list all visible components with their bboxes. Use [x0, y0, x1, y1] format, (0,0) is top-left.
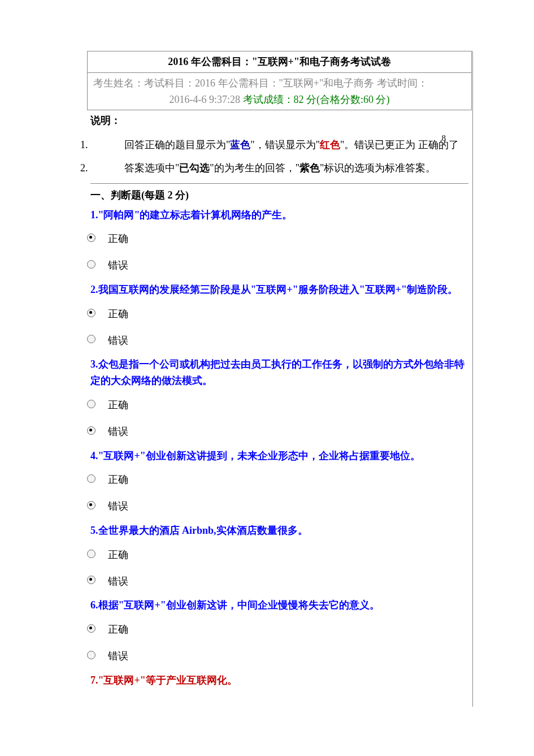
option-false[interactable]: 错误	[90, 571, 468, 590]
right-border	[472, 51, 473, 707]
question-text: 4."互联网+"创业创新这讲提到，未来企业形态中，企业将占据重要地位。	[90, 448, 468, 464]
option-true[interactable]: 正确	[90, 228, 468, 247]
option-true[interactable]: 正确	[90, 395, 468, 413]
radio-icon[interactable]	[87, 474, 95, 483]
question-7: 7."互联网+"等于产业互联网化。	[90, 672, 468, 689]
question-2: 2.我国互联网的发展经第三阶段是从"互联网+"服务阶段进入"互联网+"制造阶段。…	[90, 282, 468, 348]
question-text: 7."互联网+"等于产业互联网化。	[90, 672, 468, 689]
option-label: 错误	[108, 330, 128, 349]
option-label: 错误	[108, 255, 128, 274]
radio-icon[interactable]	[87, 624, 95, 633]
question-text: 6.根据"互联网+"创业创新这讲，中间企业慢慢将失去它的意义。	[90, 597, 468, 614]
question-text: 3.众包是指一个公司或机构把过去由员工执行的工作任务，以强制的方式外包给非特定的…	[90, 356, 468, 389]
option-true[interactable]: 正确	[90, 304, 468, 322]
radio-icon[interactable]	[87, 234, 95, 242]
option-false[interactable]: 错误	[90, 646, 468, 664]
question-text: 1."阿帕网"的建立标志着计算机网络的产生。	[90, 207, 468, 223]
exam-info-line2: 2016-4-6 9:37:28 考试成绩：82 分(合格分数:60 分)	[93, 92, 466, 108]
option-true[interactable]: 正确	[90, 619, 468, 638]
legend-purple: 紫色	[299, 162, 320, 174]
radio-icon[interactable]	[87, 400, 95, 408]
exam-info-line1: 考生姓名：考试科目：2016 年公需科目："互联网+"和电子商务 考试时间：	[93, 75, 466, 92]
exam-title: 2016 年公需科目："互联网+"和电子商务考试试卷	[87, 51, 472, 72]
option-true[interactable]: 正确	[90, 545, 468, 563]
exam-info: 考生姓名：考试科目：2016 年公需科目："互联网+"和电子商务 考试时间： 2…	[87, 72, 472, 110]
option-label: 正确	[108, 304, 128, 322]
question-4: 4."互联网+"创业创新这讲提到，未来企业形态中，企业将占据重要地位。正确错误	[90, 448, 468, 515]
option-false[interactable]: 错误	[90, 255, 468, 274]
question-6: 6.根据"互联网+"创业创新这讲，中间企业慢慢将失去它的意义。正确错误	[90, 597, 468, 664]
option-false[interactable]: 错误	[90, 496, 468, 515]
option-label: 错误	[108, 421, 128, 440]
question-text: 5.全世界最大的酒店 Airbnb,实体酒店数量很多。	[90, 522, 468, 539]
radio-icon[interactable]	[87, 309, 95, 317]
legend-red: 红色	[320, 139, 340, 150]
description-item-1: 回答正确的题目显示为"蓝色"，错误显示为"红色"。错误已更正为 正确的了	[90, 137, 468, 153]
option-label: 正确	[108, 395, 128, 413]
radio-icon[interactable]	[87, 576, 95, 584]
radio-icon[interactable]	[87, 426, 95, 435]
option-label: 正确	[108, 545, 128, 563]
radio-icon[interactable]	[87, 550, 95, 558]
radio-icon[interactable]	[87, 651, 95, 659]
option-label: 错误	[108, 496, 128, 515]
option-label: 正确	[108, 469, 128, 488]
option-label: 正确	[108, 228, 128, 247]
legend-blue: 蓝色	[230, 139, 250, 150]
option-label: 错误	[108, 646, 128, 664]
radio-icon[interactable]	[87, 260, 95, 269]
option-false[interactable]: 错误	[90, 330, 468, 349]
option-label: 正确	[108, 619, 128, 638]
question-5: 5.全世界最大的酒店 Airbnb,实体酒店数量很多。正确错误	[90, 522, 468, 589]
radio-icon[interactable]	[87, 501, 95, 509]
option-true[interactable]: 正确	[90, 469, 468, 488]
description-item-2: 答案选项中"已勾选"的为考生的回答，"紫色"标识的选项为标准答案。	[90, 160, 468, 176]
description-list: 回答正确的题目显示为"蓝色"，错误显示为"红色"。错误已更正为 正确的了 答案选…	[72, 137, 468, 176]
description-heading: 说明：	[90, 113, 468, 129]
option-false[interactable]: 错误	[90, 421, 468, 440]
question-text: 2.我国互联网的发展经第三阶段是从"互联网+"服务阶段进入"互联网+"制造阶段。	[90, 282, 468, 298]
radio-icon[interactable]	[87, 335, 95, 343]
question-1: 1."阿帕网"的建立标志着计算机网络的产生。正确错误	[90, 207, 468, 274]
question-3: 3.众包是指一个公司或机构把过去由员工执行的工作任务，以强制的方式外包给非特定的…	[90, 356, 468, 439]
section-heading: 一、判断题(每题 2 分)	[90, 187, 468, 204]
legend-selected: 已勾选	[179, 162, 210, 174]
option-label: 错误	[108, 571, 128, 590]
exam-score: 考试成绩：82 分(合格分数:60 分)	[243, 94, 390, 105]
